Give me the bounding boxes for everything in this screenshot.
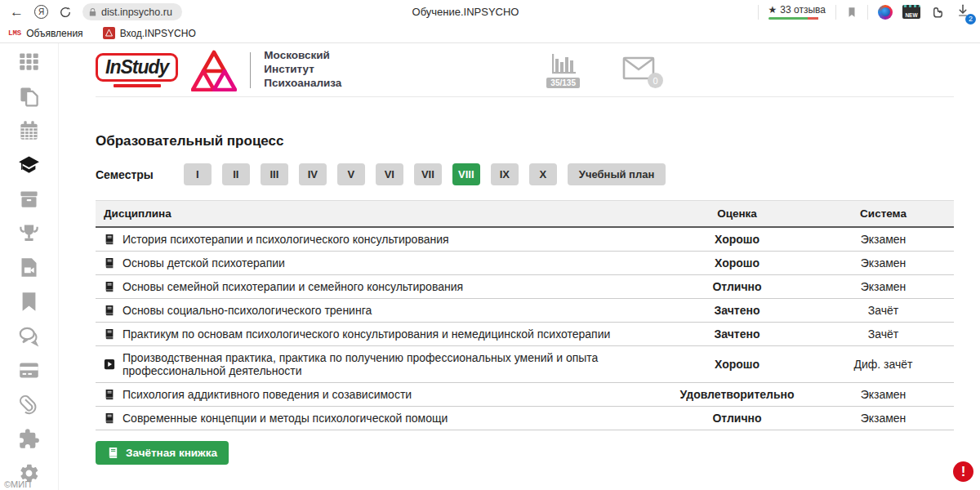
bookmark-lms[interactable]: LMS Объявления: [8, 28, 83, 39]
table-header-row: Дисциплина Оценка Система: [96, 201, 954, 228]
system-value: Экзамен: [813, 275, 954, 299]
extension-hand-icon[interactable]: [930, 4, 946, 20]
graduation-cap-icon[interactable]: [18, 154, 40, 176]
browser-toolbar: ← Я dist.inpsycho.ru Обучение.INPSYCHO ★…: [0, 0, 980, 24]
extension-new-icon[interactable]: NEW: [902, 5, 920, 19]
semester-button-7[interactable]: VII: [414, 163, 442, 185]
site-rating[interactable]: ★ 33 отзыва: [768, 4, 826, 20]
semester-button-10[interactable]: X: [529, 163, 557, 185]
disciplines-table: Дисциплина Оценка Система История психот…: [96, 200, 954, 430]
grade-value: Хорошо: [662, 346, 813, 383]
grade-value: Зачтено: [662, 323, 813, 346]
chat-icon[interactable]: [18, 325, 40, 347]
column-header-system: Система: [813, 201, 954, 228]
discipline-name: Современные концепции и методы психологи…: [122, 412, 448, 425]
semester-button-9[interactable]: IX: [491, 163, 519, 185]
documents-icon[interactable]: [18, 85, 40, 107]
discipline-name: История психотерапии и психологического …: [122, 233, 449, 246]
back-icon[interactable]: ←: [10, 5, 24, 19]
extension-browser-icon[interactable]: [878, 5, 893, 20]
downloads-icon[interactable]: 2: [956, 3, 970, 21]
rating-bar: [768, 17, 826, 20]
gradebook-button-label: Зачётная книжка: [126, 447, 217, 459]
bookmark-vhod-inpsycho[interactable]: Вход.INPSYCHO: [103, 27, 196, 39]
semester-button-3[interactable]: III: [261, 163, 288, 185]
semester-button-6[interactable]: VI: [376, 163, 403, 185]
address-bar[interactable]: dist.inpsycho.ru: [82, 3, 182, 20]
table-row[interactable]: Современные концепции и методы психологи…: [96, 407, 954, 430]
discipline-name: Основы семейной психотерапии и семейного…: [122, 280, 463, 293]
grade-value: Отлично: [662, 275, 813, 299]
semester-button-4[interactable]: IV: [299, 163, 327, 185]
column-header-grade: Оценка: [662, 201, 813, 228]
semester-switcher: Семестры I II III IV V VI VII VIII IX X …: [96, 163, 954, 185]
discipline-name: Основы детской психотерапии: [122, 256, 285, 270]
alert-notification-icon[interactable]: !: [953, 461, 973, 482]
mip-triangle-logo: [191, 49, 237, 91]
instudy-logo[interactable]: InStudy: [96, 53, 178, 87]
discipline-name: Практикум по основам психологического ко…: [122, 327, 610, 341]
grade-value: Отлично: [662, 407, 813, 430]
book-icon: [104, 305, 115, 316]
institute-name: Московский Институт Психоанализа: [264, 49, 341, 91]
page-title: Образовательный процесс: [96, 133, 954, 149]
semesters-label: Семестры: [96, 168, 154, 181]
book-icon: [104, 281, 115, 292]
table-row[interactable]: История психотерапии и психологического …: [96, 227, 954, 252]
book-icon: [104, 389, 115, 400]
grade-value: Удовлетворительно: [662, 383, 813, 407]
table-row[interactable]: Производственная практика, практика по п…: [96, 346, 954, 383]
copyright-label: ©МИП: [4, 479, 31, 489]
system-value: Зачёт: [813, 299, 954, 323]
reviews-count: 33 отзыва: [780, 4, 826, 16]
instudy-logo-text: InStudy: [96, 53, 178, 82]
refresh-icon[interactable]: [59, 6, 72, 19]
table-row[interactable]: Психология аддиктивного поведения и соза…: [96, 383, 954, 407]
book-icon: [104, 257, 115, 269]
apps-grid-icon[interactable]: [18, 51, 40, 73]
toolbar-separator: [758, 5, 759, 20]
sidebar: ©МИП: [0, 43, 59, 490]
puzzle-icon[interactable]: [18, 428, 40, 450]
semester-button-2[interactable]: II: [222, 163, 250, 185]
site-header: InStudy Московский Институт Психоанализа: [96, 43, 954, 97]
paperclip-icon[interactable]: [18, 394, 40, 416]
messages-button[interactable]: 0: [622, 56, 655, 83]
table-row[interactable]: Основы семейной психотерапии и семейного…: [96, 275, 954, 299]
system-value: Экзамен: [813, 227, 954, 252]
table-row[interactable]: Практикум по основам психологического ко…: [96, 323, 954, 346]
bar-chart-icon: [550, 52, 577, 77]
grade-value: Хорошо: [662, 227, 813, 252]
main-content: InStudy Московский Институт Психоанализа: [59, 43, 980, 490]
semester-button-8-active[interactable]: VIII: [452, 163, 480, 185]
table-row[interactable]: Основы социально-психологического тренин…: [96, 299, 954, 323]
semester-button-5[interactable]: V: [337, 163, 365, 185]
credit-card-icon[interactable]: [18, 359, 40, 381]
table-row[interactable]: Основы детской психотерапии Хорошо Экзам…: [96, 252, 954, 275]
curriculum-plan-button[interactable]: Учебный план: [568, 163, 666, 185]
calendar-icon[interactable]: [18, 119, 40, 141]
trophy-icon[interactable]: [18, 222, 40, 244]
book-icon: [104, 328, 115, 340]
page-tab-title: Обучение.INPSYCHO: [412, 6, 519, 18]
browser-menu-icon[interactable]: Я: [34, 5, 48, 19]
progress-stats-button[interactable]: 35/135: [546, 52, 580, 88]
toolbar-separator: [867, 5, 868, 20]
book-icon: [104, 234, 115, 245]
mip-favicon: [103, 27, 115, 39]
lms-favicon: LMS: [8, 29, 21, 38]
semester-button-1[interactable]: I: [184, 163, 212, 185]
system-value: Экзамен: [813, 407, 954, 430]
grade-value: Хорошо: [662, 252, 813, 275]
download-count-badge: 2: [965, 14, 976, 24]
discipline-name: Психология аддиктивного поведения и соза…: [122, 388, 412, 401]
bookmark-flag-icon[interactable]: [846, 6, 858, 19]
archive-box-icon[interactable]: [18, 188, 40, 210]
discipline-name: Основы социально-психологического тренин…: [122, 304, 372, 317]
bookmark-label: Вход.INPSYCHO: [120, 28, 196, 39]
bookmarks-bar: LMS Объявления Вход.INPSYCHO: [0, 24, 980, 43]
gradebook-button[interactable]: Зачётная книжка: [96, 441, 229, 465]
header-divider: [250, 52, 251, 88]
bookmark-icon[interactable]: [18, 291, 40, 313]
video-file-icon[interactable]: [18, 256, 40, 278]
